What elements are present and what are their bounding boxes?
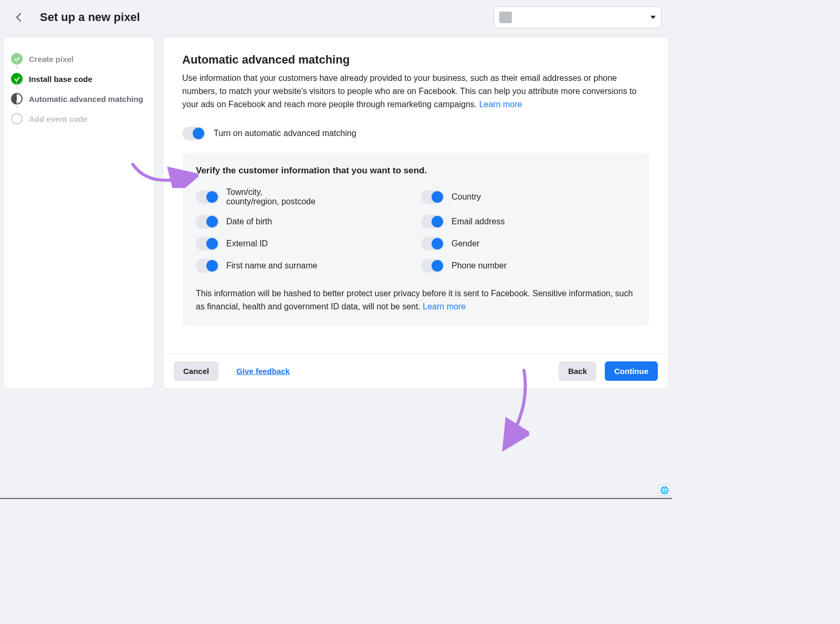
- toggle-country[interactable]: [421, 190, 444, 204]
- continue-button[interactable]: Continue: [605, 361, 658, 381]
- main-toggle-label: Turn on automatic advanced matching: [214, 129, 356, 138]
- step-create-pixel[interactable]: Create pixel: [11, 49, 146, 69]
- main-toggle[interactable]: [182, 127, 205, 140]
- verify-item-label: Gender: [452, 239, 479, 248]
- globe-icon: 🌐: [658, 484, 670, 496]
- verify-item-dob: Date of birth: [196, 215, 411, 228]
- steps-sidebar: Create pixel Install base code Automatic…: [3, 37, 154, 389]
- footer-actions: Cancel Give feedback Back Continue: [163, 353, 668, 388]
- account-thumbnail-icon: [499, 12, 512, 23]
- verify-item-label: Phone number: [452, 261, 507, 271]
- back-button[interactable]: Back: [559, 361, 596, 381]
- verify-item-country: Country: [421, 188, 636, 206]
- section-description-text: Use information that your customers have…: [182, 74, 636, 109]
- verify-item-label: First name and surname: [226, 261, 317, 271]
- verify-item-email: Email address: [421, 215, 636, 228]
- toggle-phone[interactable]: [421, 259, 444, 273]
- learn-more-link[interactable]: Learn more: [423, 302, 466, 311]
- toggle-town-city[interactable]: [196, 190, 219, 204]
- toggle-external-id[interactable]: [196, 237, 219, 251]
- caret-down-icon: [650, 16, 656, 19]
- toggle-gender[interactable]: [421, 237, 444, 251]
- verify-item-label: Email address: [452, 217, 505, 226]
- chevron-left-icon: [14, 12, 24, 23]
- account-selector[interactable]: [494, 6, 662, 28]
- verify-item-label: Date of birth: [226, 217, 272, 226]
- verify-item-town-city: Town/city, county/region, postcode: [196, 188, 411, 206]
- verify-note-text: This information will be hashed to bette…: [196, 289, 633, 311]
- toggle-email[interactable]: [421, 215, 444, 228]
- toggle-name[interactable]: [196, 259, 219, 273]
- step-label: Install base code: [29, 75, 92, 84]
- back-arrow-button[interactable]: [10, 9, 27, 26]
- verify-item-label: Town/city, county/region, postcode: [226, 188, 316, 206]
- verify-item-name: First name and surname: [196, 259, 411, 273]
- verify-item-label: Country: [452, 192, 481, 202]
- verify-item-label: External ID: [226, 239, 268, 248]
- section-title: Automatic advanced matching: [182, 53, 649, 67]
- verify-note: This information will be hashed to bette…: [196, 287, 636, 314]
- verify-title: Verify the customer information that you…: [196, 165, 636, 176]
- step-add-event-code[interactable]: Add event code: [11, 109, 146, 129]
- toggle-dob[interactable]: [196, 215, 219, 228]
- step-label: Create pixel: [29, 55, 74, 64]
- step-label: Automatic advanced matching: [29, 95, 143, 103]
- verify-item-external-id: External ID: [196, 237, 411, 251]
- verify-item-phone: Phone number: [421, 259, 636, 273]
- cancel-button[interactable]: Cancel: [174, 361, 218, 381]
- step-automatic-advanced-matching[interactable]: Automatic advanced matching: [11, 89, 146, 109]
- annotation-arrow-icon: [130, 162, 198, 188]
- main-panel: Automatic advanced matching Use informat…: [163, 37, 669, 389]
- learn-more-link[interactable]: Learn more: [479, 100, 522, 109]
- page-title: Set up a new pixel: [40, 11, 481, 24]
- verify-item-gender: Gender: [421, 237, 636, 251]
- annotation-arrow-icon: [498, 368, 529, 452]
- empty-circle-icon: [11, 113, 23, 124]
- give-feedback-link[interactable]: Give feedback: [227, 361, 299, 381]
- step-install-base-code[interactable]: Install base code: [11, 69, 146, 89]
- verify-panel: Verify the customer information that you…: [182, 153, 649, 326]
- section-description: Use information that your customers have…: [182, 72, 649, 111]
- step-label: Add event code: [29, 115, 88, 123]
